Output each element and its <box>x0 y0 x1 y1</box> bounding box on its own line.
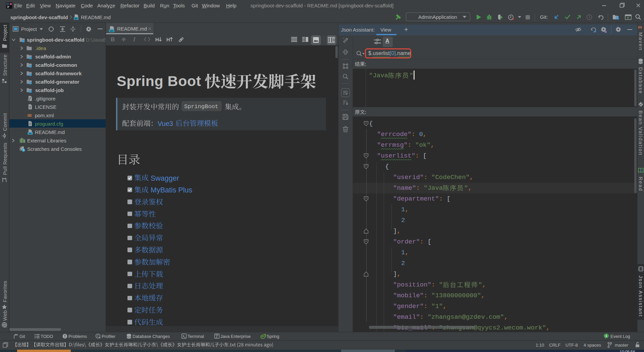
svg-text:MD: MD <box>74 17 78 20</box>
svg-text:MD: MD <box>29 132 32 134</box>
svg-text:m: m <box>28 113 32 118</box>
svg-text:1: 1 <box>605 334 607 338</box>
svg-text:H: H <box>155 37 159 42</box>
svg-text:H: H <box>166 37 170 42</box>
svg-text:MD: MD <box>110 30 114 32</box>
